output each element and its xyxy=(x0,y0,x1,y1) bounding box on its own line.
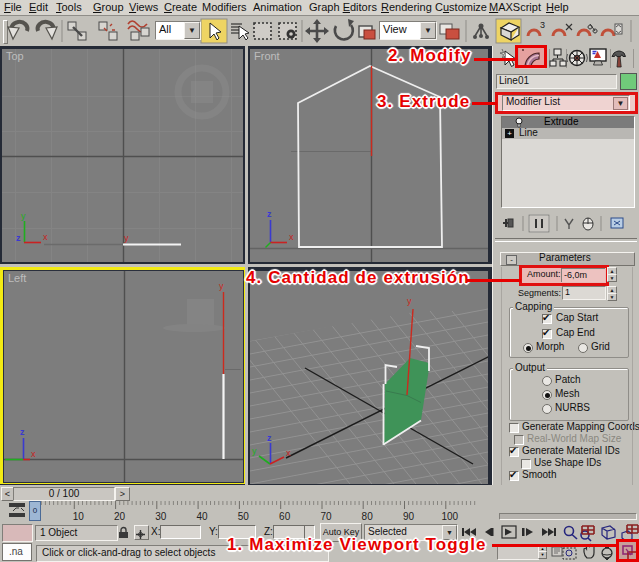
svg-text:y: y xyxy=(21,211,26,221)
svg-text:3: 3 xyxy=(540,20,545,30)
svg-text:z: z xyxy=(16,233,21,243)
svg-text:50: 50 xyxy=(238,511,250,522)
svg-text:70: 70 xyxy=(320,511,332,522)
svg-text:y: y xyxy=(124,233,129,243)
svg-text:100: 100 xyxy=(441,511,458,522)
svg-text:60: 60 xyxy=(279,511,291,522)
svg-text:y: y xyxy=(407,296,412,306)
svg-text:20: 20 xyxy=(114,511,126,522)
svg-text:x: x xyxy=(43,232,48,242)
svg-text:y: y xyxy=(219,281,224,291)
svg-text:x: x xyxy=(31,449,36,459)
svg-text:x: x xyxy=(289,232,294,242)
svg-text:80: 80 xyxy=(362,511,374,522)
svg-text:x: x xyxy=(286,448,291,458)
svg-text:10: 10 xyxy=(73,511,85,522)
svg-text:y: y xyxy=(252,446,257,456)
svg-text:z: z xyxy=(20,427,25,437)
svg-text:40: 40 xyxy=(197,511,209,522)
svg-text:30: 30 xyxy=(155,511,167,522)
svg-text:z: z xyxy=(267,209,272,219)
svg-text:90: 90 xyxy=(403,511,415,522)
svg-text:z: z xyxy=(267,433,272,443)
